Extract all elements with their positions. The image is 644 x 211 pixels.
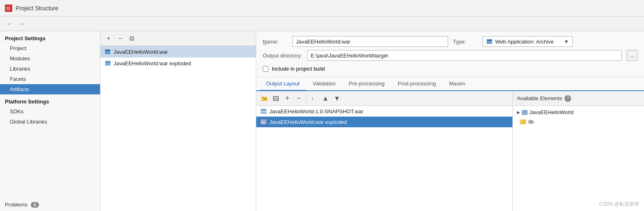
project-settings-header: Project Settings: [0, 31, 100, 43]
sidebar: Project Settings Project Modules Librari…: [0, 31, 100, 211]
forward-button[interactable]: →: [17, 19, 26, 28]
detail-header: Name: Type: WAR Web Application: Archive…: [256, 31, 644, 77]
artifact-toolbar: + − ⧉: [100, 31, 256, 46]
sidebar-item-libraries[interactable]: Libraries: [0, 64, 100, 74]
tab-maven[interactable]: Maven: [442, 77, 471, 91]
artifact-item-war-name: JavaEEHelloWorld:war: [114, 49, 168, 55]
sidebar-item-facets[interactable]: Facets: [0, 74, 100, 84]
svg-text:↕: ↕: [311, 96, 314, 101]
svg-text:WAR: WAR: [106, 51, 111, 53]
title-bar: IJ Project Structure: [0, 0, 644, 16]
type-select[interactable]: WAR Web Application: Archive ▼: [482, 36, 573, 47]
layout-item-exploded[interactable]: EXPL JavaEEHelloWorld:war exploded: [256, 117, 512, 127]
problems-label: Problems: [5, 202, 27, 208]
sidebar-item-project[interactable]: Project: [0, 43, 100, 53]
watermark: CSDN @私语茶馆: [599, 201, 639, 208]
war-icon: WAR: [105, 48, 111, 55]
type-label: Type:: [453, 39, 478, 45]
output-layout-panel: + + − ↕: [256, 91, 513, 211]
group-chevron-icon: ▶: [517, 110, 520, 115]
tab-pre-processing[interactable]: Pre-processing: [342, 77, 391, 91]
available-item-lib[interactable]: lib: [513, 117, 644, 126]
layout-item-exploded-name: JavaEEHelloWorld:war exploded: [269, 119, 347, 125]
problems-badge: 5: [31, 202, 39, 208]
artifact-panel: + − ⧉ WAR JavaEEHelloWorld:war EXPL: [100, 31, 256, 211]
add-layout-button[interactable]: +: [282, 94, 292, 103]
svg-rect-13: [262, 97, 264, 98]
add-artifact-button[interactable]: +: [104, 34, 114, 44]
detail-panel: Name: Type: WAR Web Application: Archive…: [256, 31, 644, 211]
output-dir-row: Output directory: …: [263, 50, 637, 61]
svg-text:WAR: WAR: [488, 41, 493, 43]
main-content: Project Settings Project Modules Librari…: [0, 31, 644, 211]
platform-settings-header: Platform Settings: [0, 94, 100, 106]
tab-post-processing[interactable]: Post-processing: [391, 77, 442, 91]
svg-text:+: +: [264, 97, 266, 101]
detail-tabs: Output Layout Validation Pre-processing …: [256, 77, 644, 91]
output-dir-browse-button[interactable]: …: [627, 50, 637, 61]
available-elements-header: Available Elements ?: [513, 91, 644, 106]
show-content-button[interactable]: [271, 94, 281, 103]
name-input[interactable]: [292, 36, 448, 47]
tab-output-layout[interactable]: Output Layout: [259, 77, 306, 91]
svg-text:WAR: WAR: [262, 110, 266, 113]
detail-body: + + − ↕: [256, 91, 644, 211]
output-dir-input[interactable]: [307, 50, 622, 61]
tab-validation[interactable]: Validation: [306, 77, 342, 91]
available-group-javaeehelloworld[interactable]: ▶ JavaEEHelloWorld: [513, 108, 644, 117]
type-icon: WAR: [486, 38, 493, 45]
back-button[interactable]: ←: [5, 19, 14, 28]
layout-exploded-icon: EXPL: [260, 119, 267, 125]
layout-list: WAR JavaEEHelloWorld-1.0-SNAPSHOT.war EX…: [256, 106, 512, 211]
artifact-item-exploded[interactable]: EXPL JavaEEHelloWorld:war exploded: [100, 57, 256, 69]
sidebar-item-artifacts[interactable]: Artifacts: [0, 84, 100, 94]
layout-war-icon: WAR: [260, 108, 267, 115]
problems-item[interactable]: Problems 5: [0, 198, 100, 211]
include-checkbox-row: Include in project build: [263, 64, 637, 73]
artifact-item-exploded-name: JavaEEHelloWorld:war exploded: [114, 60, 191, 67]
output-dir-label: Output directory:: [263, 53, 302, 59]
folder-icon: [522, 110, 528, 115]
name-label: Name:: [263, 39, 287, 45]
copy-artifact-button[interactable]: ⧉: [127, 34, 137, 44]
available-panel: Available Elements ? ▶ JavaEEHelloWorld …: [513, 91, 644, 211]
svg-text:EXPL: EXPL: [106, 63, 111, 65]
name-row: Name: Type: WAR Web Application: Archive…: [263, 36, 637, 47]
sidebar-item-global-libraries[interactable]: Global Libraries: [0, 117, 100, 127]
layout-item-war-name: JavaEEHelloWorld-1.0-SNAPSHOT.war: [269, 108, 364, 115]
svg-rect-15: [273, 96, 278, 101]
available-elements-label: Available Elements: [517, 95, 562, 101]
move-down-button[interactable]: ▼: [332, 94, 342, 103]
exploded-war-icon: EXPL: [105, 60, 111, 67]
sort-layout-button[interactable]: ↕: [309, 94, 319, 103]
create-dir-icon: +: [261, 95, 268, 102]
window-title: Project Structure: [16, 5, 58, 11]
artifact-item-war[interactable]: WAR JavaEEHelloWorld:war: [100, 46, 256, 57]
help-icon[interactable]: ?: [564, 95, 571, 102]
available-item-lib-name: lib: [528, 119, 534, 125]
output-layout-toolbar: + + − ↕: [256, 91, 512, 106]
nav-bar: ← →: [0, 16, 644, 31]
available-list: ▶ JavaEEHelloWorld lib: [513, 106, 644, 211]
show-content-icon: [273, 95, 279, 102]
sidebar-spacer: [0, 127, 100, 198]
sidebar-item-modules[interactable]: Modules: [0, 53, 100, 64]
include-checkbox[interactable]: [263, 66, 269, 72]
available-group-name: JavaEEHelloWorld: [529, 109, 573, 115]
include-label: Include in project build: [272, 66, 325, 72]
sort-icon: ↕: [311, 95, 317, 102]
type-value: Web Application: Archive: [495, 39, 554, 45]
layout-item-war[interactable]: WAR JavaEEHelloWorld-1.0-SNAPSHOT.war: [256, 106, 512, 117]
svg-text:EXPL: EXPL: [261, 122, 266, 124]
create-dir-button[interactable]: +: [259, 94, 269, 103]
sidebar-item-sdks[interactable]: SDKs: [0, 106, 100, 117]
move-up-button[interactable]: ▲: [321, 94, 330, 103]
type-chevron-icon: ▼: [564, 39, 569, 45]
remove-layout-button[interactable]: −: [294, 94, 304, 103]
lib-folder-icon: [520, 119, 526, 124]
svg-text:IJ: IJ: [7, 6, 10, 11]
app-icon: IJ: [5, 5, 12, 12]
toolbar-separator: [306, 95, 307, 102]
remove-artifact-button[interactable]: −: [115, 34, 125, 44]
artifact-list: WAR JavaEEHelloWorld:war EXPL JavaEEHell…: [100, 46, 256, 211]
